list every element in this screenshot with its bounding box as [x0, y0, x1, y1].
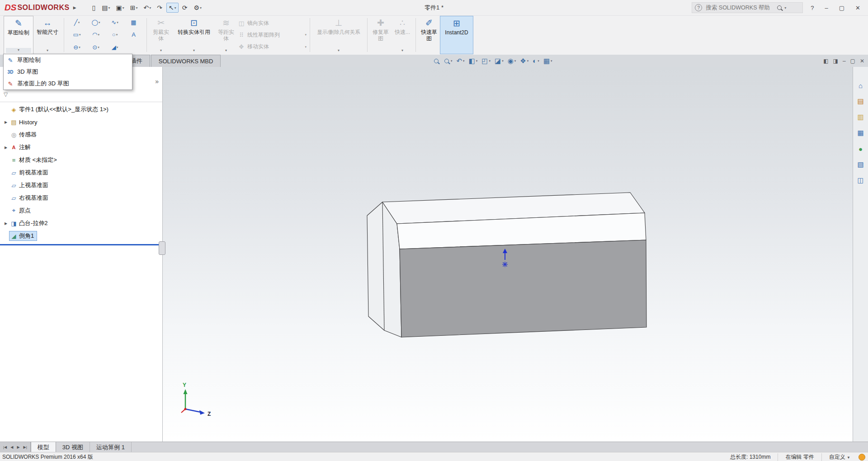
ellipse-tool-icon[interactable]: ○ ▾ — [105, 30, 124, 40]
view-palette-icon[interactable]: ▦ — [855, 128, 866, 138]
trim-entities-button[interactable]: ✂ 剪裁实体 ▾ — [149, 16, 173, 54]
apply-scene-icon[interactable]: ◐ ▾ — [533, 57, 539, 65]
tree-item-front-plane[interactable]: ▱ 前视基准面 — [0, 166, 162, 179]
open-icon[interactable]: ▤ ▾ — [99, 3, 112, 13]
print-icon[interactable]: ⊞ ▾ — [128, 3, 140, 13]
tree-item-sensors[interactable]: ◎ 传感器 — [0, 128, 162, 141]
tab-motion-study[interactable]: 运动算例 1 — [90, 442, 132, 452]
search-input[interactable] — [705, 4, 774, 11]
move-entities-button[interactable]: ✥ 移动实体 ▾ — [238, 42, 307, 52]
doc-close-icon[interactable]: ✕ — [860, 58, 864, 64]
menu-item-3d-sketch-on-plane[interactable]: ✎ 基准面上的 3D 草图 — [4, 78, 132, 89]
expand-arrow-icon[interactable]: ▶ — [3, 120, 9, 124]
view-settings-icon[interactable]: ▦ ▾ — [543, 57, 552, 65]
restore-button[interactable]: ▢ — [836, 4, 848, 12]
file-explorer-icon[interactable]: ▥ — [855, 112, 866, 122]
tab-3d-views[interactable]: 3D 视图 — [56, 442, 90, 452]
minimize-button[interactable]: – — [822, 4, 831, 12]
tab-solidworks-mbd[interactable]: SOLIDWORKS MBD — [151, 55, 221, 67]
help-search-box[interactable]: ? ▾ — [692, 2, 803, 13]
expand-arrow-icon[interactable]: ▶ — [3, 146, 9, 150]
view-orientation-icon[interactable]: ◰ ▾ — [481, 57, 491, 65]
previous-view-icon[interactable]: ↶ ▾ — [457, 57, 465, 65]
search-caret-icon[interactable]: ▾ — [784, 6, 786, 10]
model-face-front[interactable] — [400, 240, 646, 337]
search-magnifier-icon[interactable] — [777, 5, 782, 10]
mirror-entities-button[interactable]: ◫ 镜向实体 — [238, 19, 307, 28]
edit-appearance-icon[interactable]: ❖ ▾ — [520, 57, 528, 65]
options-icon[interactable]: ⚙ ▾ — [191, 3, 204, 13]
save-icon[interactable]: ▣ ▾ — [114, 3, 127, 13]
web-help-icon[interactable] — [859, 454, 865, 461]
tree-item-chamfer1[interactable]: ◢ 倒角1 — [0, 230, 162, 242]
circle-tool-icon[interactable]: ◯ ▾ — [86, 18, 105, 28]
close-button[interactable]: ✕ — [852, 4, 863, 12]
undo-icon[interactable]: ↶ ▾ — [142, 3, 154, 13]
help-button[interactable]: ? — [807, 4, 817, 12]
panel-splitter-handle[interactable] — [159, 241, 165, 255]
tree-item-boss-extrude2[interactable]: ▶ ◨ 凸台-拉伸2 — [0, 217, 162, 230]
repair-sketch-button[interactable]: ✚ 修复草图 — [370, 16, 392, 54]
convert-entities-button[interactable]: ⊡ 转换实体引用 ▾ — [173, 16, 215, 54]
zoom-fit-icon[interactable] — [434, 59, 440, 63]
tree-item-part-root[interactable]: ◈ 零件1 (默认<<默认>_显示状态 1>) — [0, 103, 162, 116]
model-viewport[interactable]: Y Z — [163, 67, 853, 442]
offset-entities-button[interactable]: ≋ 等距实体 ▾ — [215, 16, 237, 54]
section-view-icon[interactable]: ◧ ▾ — [469, 57, 478, 65]
spline-tool-icon[interactable]: ∿ ▾ — [105, 18, 124, 28]
instant2d-button[interactable]: ⊞ Instant2D — [440, 16, 473, 54]
slot-tool-icon[interactable]: ⊖ ▾ — [67, 42, 86, 52]
tab-scroll-last-icon[interactable]: ▶| — [22, 444, 28, 450]
zoom-area-icon[interactable]: ▾ — [444, 59, 453, 63]
smart-dimension-button[interactable]: ↔ 智能尺寸 ▾ — [33, 16, 61, 54]
tree-item-history[interactable]: ▶ ▤ History — [0, 116, 162, 128]
tab-model[interactable]: 模型 — [31, 442, 56, 452]
display-delete-relations-button[interactable]: ⊥ 显示/删除几何关系 ▾ — [312, 16, 365, 54]
linear-pattern-button[interactable]: ⠿ 线性草图阵列 ▾ — [238, 30, 307, 39]
rectangle-tool-icon[interactable]: ▭ ▾ — [67, 30, 86, 40]
panel-flyout-arrow[interactable]: » — [155, 78, 159, 85]
tree-item-annotations[interactable]: ▶ A 注解 — [0, 141, 162, 154]
pane-windows-icon[interactable]: ◫ — [855, 175, 866, 185]
appearances-icon[interactable]: ● — [855, 144, 866, 154]
rollback-bar[interactable] — [0, 244, 162, 245]
search-scope-icon[interactable]: ? — [695, 4, 702, 11]
point-tool-icon[interactable]: ⊙ ▾ — [86, 42, 105, 52]
redo-icon[interactable]: ↷ — [155, 3, 165, 13]
custom-properties-icon[interactable]: ▧ — [855, 160, 866, 169]
sketch-grid-icon[interactable]: ▦ — [124, 18, 143, 28]
display-style-icon[interactable]: ◪ ▾ — [495, 57, 504, 65]
hide-show-icon[interactable]: ◉ ▾ — [508, 57, 516, 65]
tree-item-origin[interactable]: ⌖ 原点 — [0, 204, 162, 217]
rebuild-icon[interactable]: ⟳ — [180, 3, 190, 13]
smart-dimension-dropdown-icon[interactable]: ▾ — [47, 48, 48, 53]
tree-item-top-plane[interactable]: ▱ 上视基准面 — [0, 179, 162, 192]
fillet-tool-icon[interactable]: ◢ ▾ — [105, 42, 124, 52]
sketch-dropdown-icon[interactable]: ▾ — [6, 48, 31, 53]
tree-item-material[interactable]: ≡ 材质 <未指定> — [0, 154, 162, 166]
rapid-sketch-button[interactable]: ✐ 快速草图 — [418, 16, 440, 54]
doc-restore-icon[interactable]: ▢ — [850, 58, 855, 64]
doc-minimize-icon[interactable]: – — [843, 58, 846, 64]
select-icon[interactable]: ↖ ▾ — [166, 3, 179, 13]
tab-scroll-first-icon[interactable]: |◀ — [2, 444, 8, 450]
expand-arrow-icon[interactable]: ▶ — [3, 221, 9, 226]
pane-split-right-icon[interactable]: ◨ — [833, 58, 838, 64]
menu-item-sketch[interactable]: ✎ 草图绘制 — [4, 54, 132, 66]
menu-expand-icon[interactable]: ▶ — [73, 5, 76, 10]
pane-split-left-icon[interactable]: ◧ — [823, 58, 828, 64]
units-selector[interactable]: 自定义 ▼ — [821, 453, 858, 461]
line-tool-icon[interactable]: ╱ ▾ — [67, 18, 86, 28]
model-canvas[interactable]: Y Z — [163, 67, 853, 442]
text-tool-icon[interactable]: A — [124, 30, 143, 40]
design-library-icon[interactable]: ▤ — [855, 96, 866, 106]
sketch-button[interactable]: ✎ 草图绘制 ▾ — [4, 16, 33, 54]
new-document-icon[interactable]: ▯ — [90, 3, 99, 13]
arc-tool-icon[interactable]: ◠ ▾ — [86, 30, 105, 40]
rapid-snap-button[interactable]: ∴ 快速... ▾ — [392, 16, 413, 54]
tree-item-right-plane[interactable]: ▱ 右视基准面 — [0, 192, 162, 204]
menu-item-3d-sketch[interactable]: 3D 3D 草图 — [4, 66, 132, 78]
tab-scroll-prev-icon[interactable]: ◀ — [9, 444, 14, 450]
home-icon[interactable]: ⌂ — [855, 80, 866, 90]
tab-scroll-next-icon[interactable]: ▶ — [15, 444, 21, 450]
